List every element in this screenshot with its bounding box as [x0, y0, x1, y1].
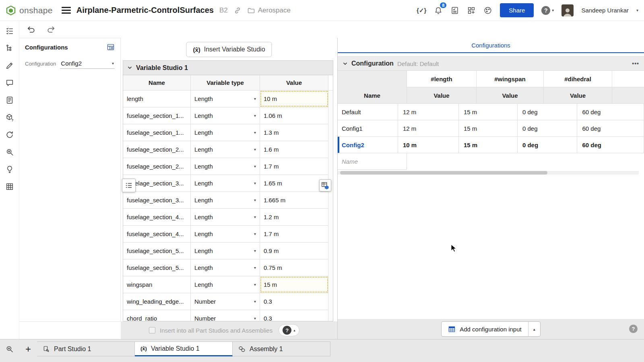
new-configuration-row[interactable]: Name — [338, 153, 407, 170]
variable-type-dropdown[interactable]: Length▾ — [191, 192, 260, 208]
configuration-value[interactable]: 60 deg — [577, 137, 644, 153]
configuration-value[interactable]: 15 m — [459, 120, 518, 136]
chevron-down-icon[interactable]: ▾ — [636, 8, 638, 12]
configuration-name[interactable]: Default — [338, 104, 398, 120]
configuration-name[interactable]: Config2 — [338, 137, 398, 153]
link-icon[interactable] — [233, 6, 242, 14]
variable-value-field[interactable]: 0.3 — [260, 293, 328, 310]
variable-type-dropdown[interactable]: Length▾ — [191, 90, 260, 107]
variable-value-field[interactable]: 10 m — [260, 90, 328, 107]
config-value-header: Value — [544, 87, 612, 104]
configurations-panel: Configurations Configuration Config2 ▾ — [19, 38, 121, 322]
configuration-section-header[interactable]: Configuration Default: Default ••• — [338, 56, 644, 71]
variable-type-dropdown[interactable]: Length▾ — [191, 243, 260, 259]
undo-button[interactable] — [27, 25, 36, 34]
comment-icon[interactable] — [3, 76, 17, 90]
refresh-icon[interactable] — [3, 128, 17, 142]
variable-value-field[interactable]: 1.2 m — [260, 209, 328, 225]
variable-type-dropdown[interactable]: Length▾ — [191, 276, 260, 293]
configuration-value[interactable]: 60 deg — [577, 120, 644, 136]
variable-row: fuselage_section_4... Length▾ 1.7 m — [123, 226, 333, 243]
share-button[interactable]: Share — [500, 3, 534, 17]
help-icon[interactable]: ? — [629, 325, 638, 333]
variable-value-field[interactable]: 0.9 m — [260, 243, 328, 259]
configuration-value[interactable]: 0 deg — [518, 104, 578, 120]
chevron-down-icon: ▾ — [112, 61, 114, 66]
tab-variable-studio-1[interactable]: (x̂) Variable Studio 1 — [135, 341, 233, 356]
configurations-tab[interactable]: Configurations — [338, 38, 644, 53]
avatar[interactable] — [561, 4, 574, 16]
appearance-palette-icon[interactable] — [483, 6, 492, 15]
table-scrollbar[interactable] — [328, 91, 333, 321]
variable-value-field[interactable]: 1.7 m — [260, 158, 328, 175]
hamburger-menu-icon[interactable] — [62, 5, 71, 15]
variable-type-dropdown[interactable]: Length▾ — [191, 226, 260, 242]
versions-icon[interactable]: {✓} — [417, 7, 426, 14]
configuration-value[interactable]: 0 deg — [518, 120, 578, 136]
hierarchy-icon[interactable] — [3, 41, 17, 55]
variable-type-dropdown[interactable]: Length▾ — [191, 158, 260, 175]
tab-part-studio-1[interactable]: Part Studio 1 — [37, 341, 135, 356]
variable-type-dropdown[interactable]: Length▾ — [191, 209, 260, 225]
help-cube-icon[interactable]: ? — [3, 111, 17, 124]
tasks-icon[interactable] — [450, 6, 459, 15]
variable-type-dropdown[interactable]: Number▾ — [191, 310, 260, 321]
configuration-value[interactable]: 0 deg — [518, 137, 578, 153]
markup-pen-icon[interactable] — [3, 59, 17, 72]
configuration-selected-value: Config2 — [61, 60, 82, 67]
redo-button[interactable] — [46, 25, 56, 34]
variable-value-field[interactable]: 1.7 m — [260, 226, 328, 242]
search-tabs-icon[interactable] — [0, 341, 19, 356]
configuration-dropdown[interactable]: Config2 ▾ — [60, 58, 115, 69]
add-configuration-dropdown[interactable]: ▴ — [528, 322, 540, 336]
feature-list-icon[interactable] — [3, 24, 17, 38]
variable-type-dropdown[interactable]: Length▾ — [191, 124, 260, 141]
tab-assembly-1[interactable]: Assembly 1 — [233, 341, 330, 356]
lightbulb-icon[interactable] — [3, 162, 17, 176]
variable-type-dropdown[interactable]: Length▾ — [191, 141, 260, 158]
variable-type-dropdown[interactable]: Number▾ — [191, 293, 260, 310]
user-name[interactable]: Sandeep Urankar — [581, 7, 629, 14]
notifications-bell-icon[interactable]: 8 — [434, 6, 443, 15]
insert-variable-studio-button[interactable]: (x̂) Insert Variable Studio — [186, 42, 272, 57]
help-menu[interactable]: ? ▾ — [541, 6, 554, 15]
configuration-value[interactable]: 10 m — [398, 137, 459, 153]
configuration-value[interactable]: 15 m — [459, 137, 518, 153]
insert-table-cube-icon[interactable] — [319, 179, 331, 191]
horizontal-scrollbar-thumb[interactable] — [340, 171, 547, 175]
variable-type-dropdown[interactable]: Length▾ — [191, 175, 260, 191]
variable-value-field[interactable]: 1.6 m — [260, 141, 328, 158]
notes-icon[interactable] — [3, 93, 17, 107]
add-tab-button[interactable]: + — [19, 341, 37, 356]
variable-value-field[interactable]: 1.65 m — [260, 175, 328, 191]
variable-name: wing_leading_edge... — [123, 293, 191, 310]
column-header-name: Name — [123, 75, 191, 90]
variable-value-field[interactable]: 1.3 m — [260, 124, 328, 141]
configuration-value[interactable]: 12 m — [398, 104, 459, 120]
document-title[interactable]: Airplane-Parmetric-ControlSurfaces — [76, 6, 214, 15]
insert-all-checkbox[interactable] — [149, 327, 155, 333]
apps-grid-icon[interactable] — [467, 6, 476, 15]
variable-value-field[interactable]: 0.75 m — [260, 259, 328, 276]
variable-studio-header[interactable]: Variable Studio 1 — [123, 61, 333, 75]
variable-type-dropdown[interactable]: Length▾ — [191, 259, 260, 276]
table-grid-icon[interactable] — [3, 180, 17, 193]
variable-type-dropdown[interactable]: Length▾ — [191, 107, 260, 124]
variable-value-field[interactable]: 0.3 — [260, 310, 328, 321]
configuration-name[interactable]: Config1 — [338, 120, 398, 136]
folder-breadcrumb[interactable]: Aerospace — [247, 6, 291, 14]
configuration-value[interactable]: 60 deg — [577, 104, 644, 120]
variable-value-field[interactable]: 15 m — [260, 276, 328, 293]
flyout-list-icon[interactable] — [122, 179, 136, 192]
variable-value-field[interactable]: 1.06 m — [260, 107, 328, 124]
version-badge[interactable]: B2 — [219, 6, 228, 14]
help-expand-button[interactable]: ? ▴ — [279, 324, 299, 336]
add-configuration-input-button[interactable]: Add configuration input ▴ — [441, 321, 540, 337]
search-gear-icon[interactable] — [3, 145, 17, 159]
variable-value-field[interactable]: 1.665 m — [260, 192, 328, 208]
configuration-table-icon[interactable] — [107, 43, 115, 51]
configuration-value[interactable]: 15 m — [459, 104, 518, 120]
onshape-logo[interactable]: onshape — [6, 5, 53, 16]
configuration-value[interactable]: 12 m — [398, 120, 459, 136]
ellipsis-menu-icon[interactable]: ••• — [632, 60, 639, 67]
